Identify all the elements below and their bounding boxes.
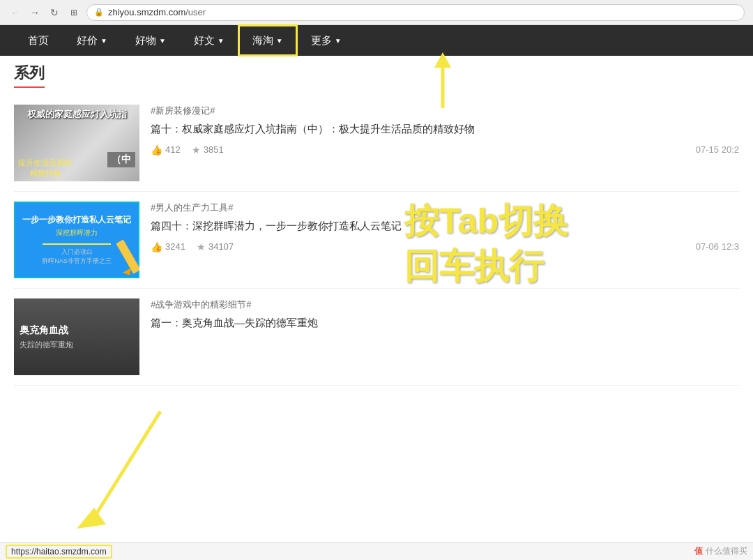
status-url: https://haitao.smzdm.com (6, 545, 112, 559)
article-date: 07-06 12:3 (696, 241, 739, 252)
article-thumbnail[interactable]: 一步一步教你打造私人云笔记 深挖群晖潜力 入门必读白 群晖NAS非官方手册之三 (14, 202, 139, 278)
status-bar: https://haitao.smzdm.com 值 什么值得买 (0, 542, 753, 560)
nav-item-haowen[interactable]: 好文 ▼ (180, 25, 238, 56)
article-item: 奥克角血战 失踪的德军重炮 #战争游戏中的精彩细节# 篇一：奥克角血战—失踪的德… (14, 289, 739, 386)
page-title: 系列 (14, 63, 45, 88)
refresh-button[interactable]: ↻ (47, 6, 61, 20)
article-list: 权威的家庭感应灯入坑指 （中 提升生活品质的 精致好物 #新房装修漫记# 篇十：… (14, 95, 739, 386)
status-brand: 值 什么值得买 (694, 545, 747, 557)
brand-logo-icon: 值 (694, 545, 703, 557)
arrow-to-url (56, 404, 195, 544)
thumb-subtext: 深挖群晖潜力 (56, 228, 98, 238)
page-content: 系列 权威的家庭感应灯入坑指 （中 提升生活品质的 精致好物 (0, 56, 753, 393)
nav-item-home[interactable]: 首页 (14, 25, 63, 56)
thumb-subtext: 失踪的德军重炮 (20, 340, 73, 350)
nav-item-more[interactable]: 更多 ▼ (297, 25, 356, 56)
address-bar[interactable]: 🔒 zhiyou.smzdm.com/user (86, 4, 745, 21)
caret-icon: ▼ (159, 37, 166, 45)
star-icon: ★ (197, 241, 206, 252)
caret-icon: ▼ (218, 37, 225, 45)
article-meta: 👍 412 ★ 3851 07-15 20:2 (151, 144, 739, 156)
thumbs-up-icon: 👍 (151, 144, 162, 156)
stars-count: ★ 34107 (197, 241, 234, 252)
article-thumbnail[interactable]: 奥克角血战 失踪的德军重炮 (14, 298, 139, 375)
article-thumbnail[interactable]: 权威的家庭感应灯入坑指 （中 提升生活品质的 精致好物 (14, 105, 139, 181)
article-tag: #男人的生产力工具# (151, 202, 739, 214)
svg-line-2 (91, 411, 160, 523)
brand-text: 什么值得买 (706, 545, 747, 557)
article-tag: #战争游戏中的精彩细节# (151, 298, 739, 311)
back-button[interactable]: ← (8, 6, 22, 20)
nav-item-haitao[interactable]: 海淘 ▼ (238, 25, 297, 56)
caret-icon: ▼ (335, 37, 342, 45)
url-text: zhiyou.smzdm.com/user (108, 7, 206, 17)
thumb-series: 群晖NAS非官方手册之三 (42, 257, 112, 266)
article-title[interactable]: 篇一：奥克角血战—失踪的德军重炮 (151, 315, 739, 331)
caret-icon: ▼ (276, 37, 283, 45)
article-meta: 👍 3241 ★ 34107 07-06 12:3 (151, 241, 739, 252)
likes-count: 👍 3241 (151, 241, 185, 252)
thumb-text: 奥克角血战 (20, 324, 68, 337)
article-info: #新房装修漫记# 篇十：权威家庭感应灯入坑指南（中）：极大提升生活品质的精致好物… (151, 105, 739, 156)
article-title[interactable]: 篇十：权威家庭感应灯入坑指南（中）：极大提升生活品质的精致好物 (151, 121, 739, 137)
stars-count: ★ 3851 (192, 144, 224, 156)
app-grid-button[interactable]: ⊞ (67, 6, 81, 20)
article-info: #男人的生产力工具# 篇四十：深挖群晖潜力，一步一步教你打造私人云笔记 👍 32… (151, 202, 739, 252)
article-tag: #新房装修漫记# (151, 105, 739, 117)
thumb-text: 一步一步教你打造私人云笔记 (22, 214, 131, 226)
caret-icon: ▼ (100, 37, 107, 45)
article-item: 权威的家庭感应灯入坑指 （中 提升生活品质的 精致好物 #新房装修漫记# 篇十：… (14, 95, 739, 192)
article-date: 07-15 20:2 (696, 144, 739, 155)
article-title[interactable]: 篇四十：深挖群晖潜力，一步一步教你打造私人云笔记 (151, 218, 739, 234)
nav-item-haowu[interactable]: 好物 ▼ (121, 25, 180, 56)
nav-item-haojia[interactable]: 好价 ▼ (63, 25, 121, 56)
svg-marker-3 (77, 508, 106, 529)
likes-count: 👍 412 (151, 144, 181, 156)
forward-button[interactable]: → (28, 6, 42, 20)
article-info: #战争游戏中的精彩细节# 篇一：奥克角血战—失踪的德军重炮 (151, 298, 739, 338)
thumbs-up-icon: 👍 (151, 241, 162, 252)
lock-icon: 🔒 (94, 8, 104, 17)
site-navigation: 首页 好价 ▼ 好物 ▼ 好文 ▼ 海淘 ▼ 更多 ▼ (0, 25, 753, 56)
thumb-detail: 入门必读白 (61, 248, 93, 257)
star-icon: ★ (192, 144, 201, 156)
article-item: 一步一步教你打造私人云笔记 深挖群晖潜力 入门必读白 群晖NAS非官方手册之三 … (14, 192, 739, 289)
browser-chrome: ← → ↻ ⊞ 🔒 zhiyou.smzdm.com/user (0, 0, 753, 25)
